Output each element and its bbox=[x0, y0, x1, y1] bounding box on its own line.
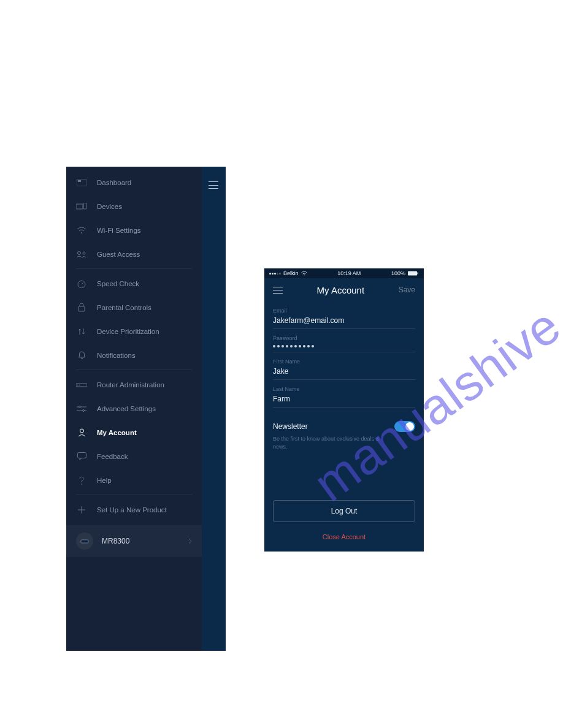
svg-rect-25 bbox=[417, 273, 418, 275]
chat-icon bbox=[76, 451, 87, 462]
sidebar-item-help[interactable]: Help bbox=[66, 468, 202, 492]
sidebar-item-label: Guest Access bbox=[97, 251, 140, 258]
sidebar-item-setup[interactable]: Set Up a New Product bbox=[66, 498, 202, 521]
email-field[interactable]: Email Jakefarm@email.com bbox=[273, 301, 415, 329]
main-content-peek bbox=[202, 167, 226, 651]
field-label: Last Name bbox=[273, 386, 415, 392]
newsletter-label: Newsletter bbox=[273, 422, 308, 431]
svg-point-5 bbox=[78, 251, 81, 254]
battery-icon bbox=[408, 271, 419, 276]
guest-icon bbox=[76, 249, 87, 260]
field-label: First Name bbox=[273, 358, 415, 365]
svg-point-23 bbox=[304, 275, 305, 276]
field-value: Jakefarm@email.com bbox=[273, 314, 415, 329]
sidebar-item-label: Parental Controls bbox=[97, 304, 151, 311]
sidebar-item-label: Device Prioritization bbox=[97, 328, 159, 335]
bell-icon bbox=[76, 350, 87, 361]
sidebar-menu: Dashboard Devices Wi-Fi Settings Guest A… bbox=[66, 170, 202, 521]
wifi-status-icon bbox=[301, 271, 307, 276]
menu-separator bbox=[76, 370, 192, 370]
svg-rect-22 bbox=[81, 540, 88, 543]
svg-rect-24 bbox=[408, 271, 417, 276]
svg-point-17 bbox=[80, 429, 83, 433]
hamburger-icon[interactable] bbox=[209, 181, 218, 189]
sidebar-item-feedback[interactable]: Feedback bbox=[66, 444, 202, 468]
hamburger-icon[interactable] bbox=[273, 287, 283, 294]
svg-line-8 bbox=[82, 282, 83, 284]
sidebar-item-label: Advanced Settings bbox=[97, 405, 156, 412]
svg-rect-1 bbox=[78, 180, 81, 182]
signal-dots-icon bbox=[269, 273, 281, 275]
sidebar-item-devices[interactable]: Devices bbox=[66, 194, 202, 218]
svg-point-14 bbox=[79, 406, 81, 408]
svg-point-16 bbox=[83, 409, 85, 411]
close-account-link[interactable]: Close Account bbox=[273, 522, 415, 552]
dashboard-icon bbox=[76, 177, 87, 188]
field-label: Email bbox=[273, 308, 415, 314]
svg-rect-9 bbox=[79, 306, 85, 311]
sidebar-item-label: Notifications bbox=[97, 352, 136, 359]
field-value: Jake bbox=[273, 365, 415, 380]
nav-bar: My Account Save bbox=[264, 278, 424, 301]
sidebar-item-label: Speed Check bbox=[97, 280, 139, 287]
sidebar-item-guest[interactable]: Guest Access bbox=[66, 242, 202, 266]
sidebar-item-label: Help bbox=[97, 477, 112, 484]
sidebar-item-speed[interactable]: Speed Check bbox=[66, 271, 202, 295]
battery-percent: 100% bbox=[391, 270, 405, 276]
firstname-field[interactable]: First Name Jake bbox=[273, 352, 415, 380]
clock-label: 10:19 AM bbox=[337, 270, 361, 276]
arrows-icon bbox=[76, 326, 87, 337]
sidebar-item-parental[interactable]: Parental Controls bbox=[66, 295, 202, 319]
sidebar-item-label: Dashboard bbox=[97, 179, 131, 186]
sidebar-item-my-account[interactable]: My Account bbox=[66, 420, 202, 444]
router-icon bbox=[76, 379, 87, 390]
device-name: MR8300 bbox=[102, 537, 129, 545]
lock-icon bbox=[76, 302, 87, 313]
svg-point-4 bbox=[81, 232, 82, 233]
sidebar-item-label: Set Up a New Product bbox=[97, 506, 167, 514]
svg-rect-18 bbox=[77, 453, 86, 458]
sidebar-item-router-admin[interactable]: Router Administration bbox=[66, 373, 202, 396]
sidebar-item-label: My Account bbox=[97, 429, 137, 436]
svg-point-11 bbox=[77, 384, 79, 385]
field-value: Farm bbox=[273, 392, 415, 408]
account-phone: Belkin 10:19 AM 100% My Account Save Ema… bbox=[264, 268, 424, 552]
sidebar-item-label: Devices bbox=[97, 203, 122, 210]
password-field[interactable]: Password bbox=[273, 329, 415, 352]
status-bar: Belkin 10:19 AM 100% bbox=[264, 268, 424, 278]
menu-separator bbox=[76, 495, 192, 495]
save-button[interactable]: Save bbox=[399, 286, 415, 294]
svg-point-12 bbox=[79, 384, 80, 385]
sidebar-item-wifi[interactable]: Wi-Fi Settings bbox=[66, 218, 202, 242]
menu-separator bbox=[76, 268, 192, 269]
svg-point-19 bbox=[81, 483, 82, 485]
gauge-icon bbox=[76, 278, 87, 289]
field-label: Password bbox=[273, 335, 415, 341]
newsletter-toggle[interactable] bbox=[394, 421, 415, 432]
device-row[interactable]: MR8300 bbox=[66, 525, 202, 557]
logout-button[interactable]: Log Out bbox=[273, 500, 415, 522]
plus-icon bbox=[76, 504, 87, 515]
person-icon bbox=[76, 427, 87, 438]
newsletter-desc: Be the first to know about exclusive dea… bbox=[273, 432, 383, 450]
sidebar-item-advanced[interactable]: Advanced Settings bbox=[66, 396, 202, 420]
svg-point-6 bbox=[83, 252, 85, 254]
sidebar-item-dashboard[interactable]: Dashboard bbox=[66, 170, 202, 194]
svg-rect-2 bbox=[76, 204, 83, 209]
sidebar-item-prioritization[interactable]: Device Prioritization bbox=[66, 319, 202, 343]
device-avatar-icon bbox=[76, 533, 93, 550]
page-title: My Account bbox=[317, 285, 365, 295]
sidebar-phone: Dashboard Devices Wi-Fi Settings Guest A… bbox=[66, 167, 226, 651]
sidebar-item-label: Wi-Fi Settings bbox=[97, 227, 141, 234]
svg-rect-0 bbox=[77, 179, 86, 186]
password-mask-icon bbox=[273, 341, 415, 352]
wifi-icon bbox=[76, 225, 87, 236]
sliders-icon bbox=[76, 403, 87, 414]
chevron-right-icon bbox=[188, 538, 192, 544]
carrier-label: Belkin bbox=[283, 270, 299, 276]
sidebar-item-notifications[interactable]: Notifications bbox=[66, 343, 202, 367]
sidebar-item-label: Feedback bbox=[97, 453, 128, 460]
help-icon bbox=[76, 475, 87, 486]
sidebar-item-label: Router Administration bbox=[97, 381, 164, 389]
lastname-field[interactable]: Last Name Farm bbox=[273, 380, 415, 408]
